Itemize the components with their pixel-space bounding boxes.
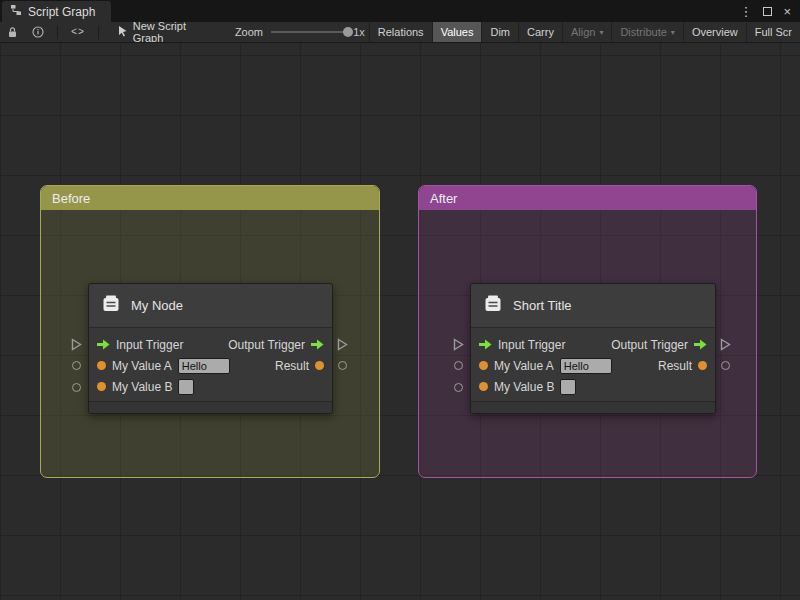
value-b-row: My Value B [471,376,715,397]
value-a-port[interactable] [72,361,81,370]
output-trigger-label: Output Trigger [611,338,688,352]
relations-button[interactable]: Relations [369,22,432,42]
value-b-label: My Value B [112,380,172,394]
toolbar-separator [57,26,58,39]
value-a-dot[interactable] [97,361,106,370]
flow-in-icon[interactable] [97,339,110,350]
zoom-slider-track [271,31,348,33]
input-trigger-port[interactable] [453,337,464,350]
overview-button[interactable]: Overview [683,22,746,42]
input-trigger-label: Input Trigger [116,338,183,352]
chevron-down-icon: ▾ [599,28,603,37]
value-b-input[interactable] [178,379,194,395]
node-header[interactable]: My Node [89,284,332,328]
result-dot[interactable] [315,361,324,370]
flow-in-icon[interactable] [479,339,492,350]
new-script-graph-label: New Script Graph [133,22,207,43]
input-trigger-port[interactable] [71,337,82,350]
node-ports: Input Trigger Output Trigger My Value A … [89,328,332,401]
value-b-row: My Value B [89,376,332,397]
node-ports: Input Trigger Output Trigger My Value A … [471,328,715,401]
result-label: Result [658,359,692,373]
graph-toolbar: <> New Script Graph Zoom 1x Relations Va… [0,22,800,43]
flow-out-icon[interactable] [694,339,707,350]
node-my-node[interactable]: My Node Input Trigger Output Trigger My … [88,283,333,414]
unit-icon [100,293,122,318]
lock-icon[interactable] [0,22,25,42]
toolbar-separator [98,26,99,39]
fullscreen-button[interactable]: Full Scr [746,22,800,42]
window-tab-bar: Script Graph ⋮ × [0,0,800,22]
menu-dots-icon[interactable]: ⋮ [739,4,752,19]
output-trigger-port[interactable] [337,337,348,350]
group-title[interactable]: After [419,186,756,210]
info-icon[interactable] [25,22,51,42]
zoom-slider[interactable] [271,25,348,39]
value-b-dot[interactable] [97,382,106,391]
zoom-slider-knob[interactable] [343,27,353,37]
value-a-input[interactable] [178,358,230,374]
input-trigger-label: Input Trigger [498,338,565,352]
value-a-row: My Value A Result [471,355,715,376]
result-port[interactable] [721,361,730,370]
value-a-label: My Value A [494,359,554,373]
node-title: Short Title [513,298,572,313]
window-controls: ⋮ × [739,0,800,22]
result-dot[interactable] [698,361,707,370]
distribute-dropdown[interactable]: Distribute ▾ [611,22,682,42]
graph-icon [10,4,22,19]
zoom-label: Zoom [235,26,263,38]
toolbar-button-group: Relations Values Dim Carry Align ▾ Distr… [369,22,800,42]
value-a-label: My Value A [112,359,172,373]
tab-script-graph[interactable]: Script Graph [2,1,111,22]
result-port[interactable] [338,361,347,370]
result-label: Result [275,359,309,373]
code-icon[interactable]: <> [64,22,92,42]
chevron-down-icon: ▾ [671,28,675,37]
value-b-port[interactable] [454,383,463,392]
carry-button[interactable]: Carry [518,22,562,42]
zoom-value: 1x [353,26,365,38]
dim-button[interactable]: Dim [481,22,518,42]
value-a-row: My Value A Result [89,355,332,376]
value-b-input[interactable] [560,379,576,395]
close-icon[interactable]: × [783,4,791,19]
node-footer [89,401,332,413]
pointer-icon [117,25,128,39]
value-a-dot[interactable] [479,361,488,370]
output-trigger-label: Output Trigger [228,338,305,352]
maximize-icon[interactable] [763,4,772,19]
graph-canvas[interactable]: Before After My Node Input Trigger Outpu… [0,43,800,600]
align-dropdown[interactable]: Align ▾ [562,22,611,42]
value-a-port[interactable] [454,361,463,370]
value-b-port[interactable] [72,383,81,392]
node-footer [471,401,715,413]
tab-label: Script Graph [28,5,95,19]
value-a-input[interactable] [560,358,612,374]
output-trigger-port[interactable] [720,337,731,350]
trigger-row: Input Trigger Output Trigger [89,334,332,355]
node-short-title[interactable]: Short Title Input Trigger Output Trigger… [470,283,716,414]
value-b-dot[interactable] [479,382,488,391]
values-button[interactable]: Values [432,22,482,42]
trigger-row: Input Trigger Output Trigger [471,334,715,355]
new-script-graph-button[interactable]: New Script Graph [117,22,207,43]
unit-icon [482,293,504,318]
node-header[interactable]: Short Title [471,284,715,328]
node-title: My Node [131,298,183,313]
value-b-label: My Value B [494,380,554,394]
flow-out-icon[interactable] [311,339,324,350]
group-title[interactable]: Before [41,186,379,210]
